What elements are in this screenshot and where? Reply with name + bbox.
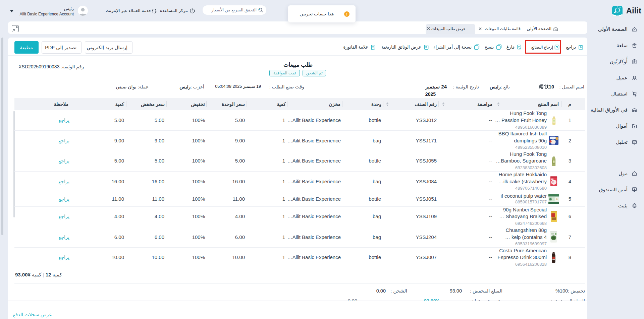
svg-text:Intl: Intl <box>616 14 619 16</box>
